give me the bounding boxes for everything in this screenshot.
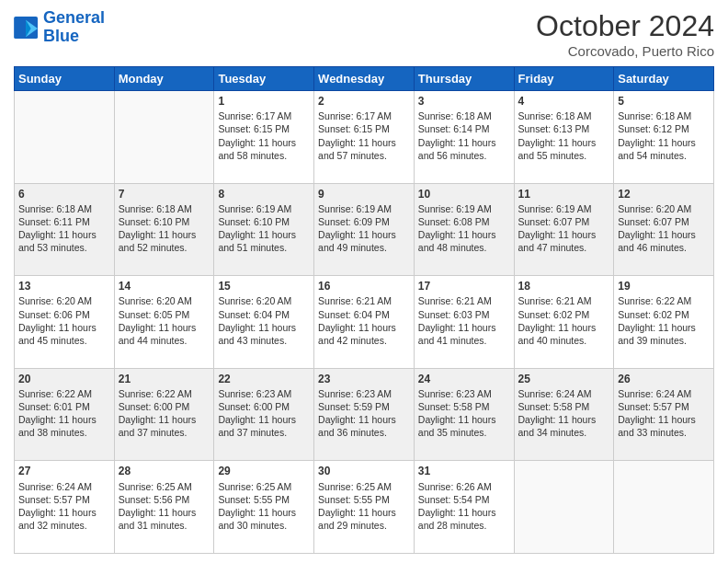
table-row <box>15 91 115 184</box>
sunrise-text: Sunrise: 6:17 AM <box>218 110 291 121</box>
sunset-text: Sunset: 6:00 PM <box>218 401 290 412</box>
table-row: 16Sunrise: 6:21 AMSunset: 6:04 PMDayligh… <box>314 276 415 369</box>
table-row: 8Sunrise: 6:19 AMSunset: 6:10 PMDaylight… <box>214 183 314 276</box>
sunrise-text: Sunrise: 6:24 AM <box>18 481 92 492</box>
col-friday: Friday <box>514 67 614 91</box>
sunset-text: Sunset: 5:55 PM <box>318 494 390 505</box>
table-row: 28Sunrise: 6:25 AMSunset: 5:56 PMDayligh… <box>114 461 214 554</box>
sunset-text: Sunset: 5:59 PM <box>318 401 390 412</box>
daylight-text: Daylight: 11 hours and 28 minutes. <box>418 507 496 531</box>
day-number: 5 <box>618 94 710 109</box>
daylight-text: Daylight: 11 hours and 44 minutes. <box>119 322 197 346</box>
logo: General Blue <box>14 9 105 46</box>
calendar-table: Sunday Monday Tuesday Wednesday Thursday… <box>14 66 714 554</box>
day-number: 19 <box>618 279 710 293</box>
sunrise-text: Sunrise: 6:17 AM <box>318 110 392 121</box>
logo-blue: Blue <box>43 27 79 45</box>
sunset-text: Sunset: 6:12 PM <box>618 123 689 134</box>
sunset-text: Sunset: 5:56 PM <box>119 494 190 505</box>
calendar-week-row: 1Sunrise: 6:17 AMSunset: 6:15 PMDaylight… <box>15 91 714 184</box>
table-row: 30Sunrise: 6:25 AMSunset: 5:55 PMDayligh… <box>314 461 415 554</box>
day-number: 11 <box>518 187 610 201</box>
calendar-week-row: 20Sunrise: 6:22 AMSunset: 6:01 PMDayligh… <box>15 368 714 461</box>
logo-text: General Blue <box>43 9 105 46</box>
col-wednesday: Wednesday <box>314 67 415 91</box>
sunrise-text: Sunrise: 6:18 AM <box>418 110 492 121</box>
sunrise-text: Sunrise: 6:18 AM <box>618 110 691 121</box>
daylight-text: Daylight: 11 hours and 52 minutes. <box>119 229 197 253</box>
daylight-text: Daylight: 11 hours and 32 minutes. <box>18 507 97 531</box>
table-row: 18Sunrise: 6:21 AMSunset: 6:02 PMDayligh… <box>514 276 614 369</box>
daylight-text: Daylight: 11 hours and 47 minutes. <box>518 229 597 253</box>
daylight-text: Daylight: 11 hours and 39 minutes. <box>618 322 696 346</box>
header: General Blue October 2024 Corcovado, Pue… <box>14 9 714 59</box>
daylight-text: Daylight: 11 hours and 37 minutes. <box>218 414 296 438</box>
day-number: 26 <box>618 372 710 386</box>
day-number: 27 <box>18 464 110 478</box>
day-number: 8 <box>218 187 310 201</box>
sunset-text: Sunset: 6:15 PM <box>318 123 390 134</box>
daylight-text: Daylight: 11 hours and 45 minutes. <box>18 322 97 346</box>
day-number: 18 <box>518 279 610 293</box>
month-title: October 2024 <box>536 9 714 43</box>
logo-icon <box>14 17 40 39</box>
day-number: 10 <box>418 187 510 201</box>
sunset-text: Sunset: 6:03 PM <box>418 309 490 320</box>
table-row: 25Sunrise: 6:24 AMSunset: 5:58 PMDayligh… <box>514 368 614 461</box>
sunrise-text: Sunrise: 6:21 AM <box>418 295 492 306</box>
table-row: 27Sunrise: 6:24 AMSunset: 5:57 PMDayligh… <box>15 461 115 554</box>
daylight-text: Daylight: 11 hours and 29 minutes. <box>318 507 396 531</box>
sunset-text: Sunset: 6:04 PM <box>218 309 290 320</box>
location: Corcovado, Puerto Rico <box>536 43 714 59</box>
sunset-text: Sunset: 6:13 PM <box>518 123 590 134</box>
sunset-text: Sunset: 6:05 PM <box>119 309 190 320</box>
sunset-text: Sunset: 6:01 PM <box>18 401 90 412</box>
daylight-text: Daylight: 11 hours and 49 minutes. <box>318 229 396 253</box>
sunrise-text: Sunrise: 6:23 AM <box>318 388 392 399</box>
col-tuesday: Tuesday <box>214 67 314 91</box>
table-row: 24Sunrise: 6:23 AMSunset: 5:58 PMDayligh… <box>414 368 514 461</box>
table-row: 4Sunrise: 6:18 AMSunset: 6:13 PMDaylight… <box>514 91 614 184</box>
daylight-text: Daylight: 11 hours and 40 minutes. <box>518 322 597 346</box>
sunrise-text: Sunrise: 6:23 AM <box>218 388 291 399</box>
table-row: 12Sunrise: 6:20 AMSunset: 6:07 PMDayligh… <box>614 183 714 276</box>
day-number: 20 <box>18 372 110 386</box>
daylight-text: Daylight: 11 hours and 36 minutes. <box>318 414 396 438</box>
table-row: 22Sunrise: 6:23 AMSunset: 6:00 PMDayligh… <box>214 368 314 461</box>
sunset-text: Sunset: 6:14 PM <box>418 123 490 134</box>
sunrise-text: Sunrise: 6:18 AM <box>119 203 192 214</box>
day-number: 12 <box>618 187 710 201</box>
day-number: 28 <box>119 464 210 478</box>
title-block: October 2024 Corcovado, Puerto Rico <box>536 9 714 59</box>
day-number: 6 <box>18 187 110 201</box>
daylight-text: Daylight: 11 hours and 46 minutes. <box>618 229 696 253</box>
daylight-text: Daylight: 11 hours and 31 minutes. <box>119 507 197 531</box>
day-number: 4 <box>518 94 610 109</box>
day-number: 17 <box>418 279 510 293</box>
col-sunday: Sunday <box>15 67 115 91</box>
logo-general: General <box>43 8 105 27</box>
sunrise-text: Sunrise: 6:22 AM <box>618 295 691 306</box>
day-number: 14 <box>119 279 210 293</box>
table-row: 26Sunrise: 6:24 AMSunset: 5:57 PMDayligh… <box>614 368 714 461</box>
col-saturday: Saturday <box>614 67 714 91</box>
day-number: 30 <box>318 464 410 478</box>
daylight-text: Daylight: 11 hours and 34 minutes. <box>518 414 597 438</box>
sunset-text: Sunset: 6:04 PM <box>318 309 390 320</box>
daylight-text: Daylight: 11 hours and 54 minutes. <box>618 137 696 161</box>
sunset-text: Sunset: 6:02 PM <box>518 309 590 320</box>
calendar-week-row: 13Sunrise: 6:20 AMSunset: 6:06 PMDayligh… <box>15 276 714 369</box>
day-number: 31 <box>418 464 510 478</box>
daylight-text: Daylight: 11 hours and 53 minutes. <box>18 229 97 253</box>
daylight-text: Daylight: 11 hours and 41 minutes. <box>418 322 496 346</box>
sunrise-text: Sunrise: 6:23 AM <box>418 388 492 399</box>
sunset-text: Sunset: 6:08 PM <box>418 216 490 227</box>
sunset-text: Sunset: 5:57 PM <box>18 494 90 505</box>
calendar-week-row: 27Sunrise: 6:24 AMSunset: 5:57 PMDayligh… <box>15 461 714 554</box>
day-number: 25 <box>518 372 610 386</box>
sunrise-text: Sunrise: 6:20 AM <box>18 295 92 306</box>
table-row: 2Sunrise: 6:17 AMSunset: 6:15 PMDaylight… <box>314 91 415 184</box>
sunrise-text: Sunrise: 6:26 AM <box>418 481 492 492</box>
sunset-text: Sunset: 6:15 PM <box>218 123 290 134</box>
sunset-text: Sunset: 6:09 PM <box>318 216 390 227</box>
